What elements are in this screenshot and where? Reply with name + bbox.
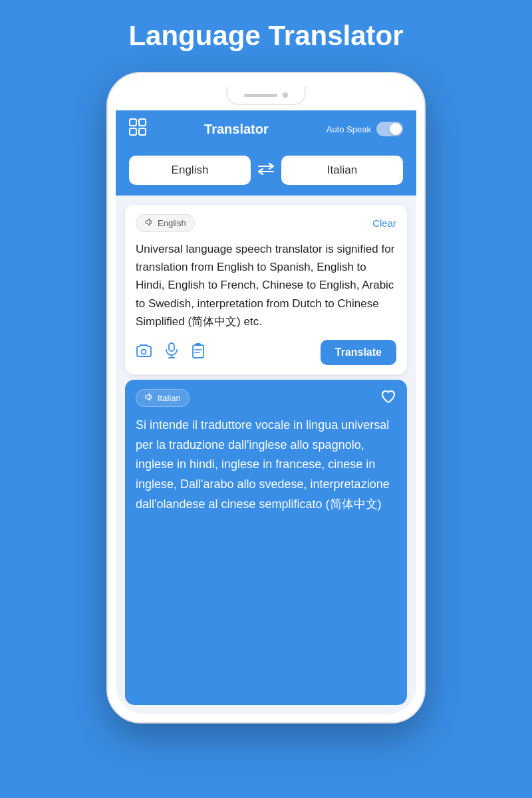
input-lang-label: English [158, 218, 186, 228]
svg-rect-0 [130, 119, 136, 126]
output-lang-label: Italian [158, 393, 181, 403]
translate-button[interactable]: Translate [321, 340, 396, 365]
notch-camera [283, 92, 288, 98]
output-card-header: Italian [136, 389, 396, 408]
notch [226, 86, 306, 105]
speaker-icon [144, 217, 154, 229]
source-language-button[interactable]: English [129, 156, 251, 185]
app-icon [129, 118, 146, 140]
header-right: Auto Speak [327, 122, 403, 136]
clipboard-icon[interactable] [192, 342, 205, 362]
content-area: English Clear Universal language speech … [116, 196, 416, 714]
svg-rect-8 [193, 345, 203, 358]
output-card: Italian Si intende il traduttore vocale … [125, 380, 407, 705]
output-language-tag[interactable]: Italian [136, 389, 190, 407]
notch-bar [116, 81, 416, 110]
input-text: Universal language speech translator is … [136, 240, 396, 331]
svg-rect-2 [130, 128, 136, 135]
svg-rect-5 [169, 343, 174, 351]
phone-inner: Translator Auto Speak English Italian [116, 81, 416, 714]
notch-line [244, 94, 277, 97]
output-text: Si intende il traduttore vocale in lingu… [136, 416, 396, 514]
input-card: English Clear Universal language speech … [125, 205, 407, 374]
page-title: Language Translator [128, 20, 403, 52]
input-card-header: English Clear [136, 214, 396, 232]
favorite-icon[interactable] [380, 389, 396, 408]
auto-speak-toggle[interactable] [376, 122, 403, 136]
svg-rect-3 [139, 128, 146, 135]
tool-icons [136, 342, 205, 362]
header-title: Translator [204, 122, 269, 137]
output-speaker-icon [144, 392, 154, 404]
camera-icon[interactable] [136, 343, 152, 362]
target-language-button[interactable]: Italian [281, 156, 403, 185]
language-bar: English Italian [116, 148, 416, 196]
clear-button[interactable]: Clear [372, 217, 396, 229]
auto-speak-label: Auto Speak [327, 124, 371, 134]
input-language-tag[interactable]: English [136, 214, 195, 232]
input-card-footer: Translate [136, 340, 396, 365]
microphone-icon[interactable] [165, 342, 178, 362]
svg-rect-1 [139, 119, 146, 126]
svg-point-4 [142, 349, 146, 354]
swap-languages-icon[interactable] [257, 162, 275, 179]
app-header: Translator Auto Speak [116, 110, 416, 148]
toggle-knob [390, 123, 402, 135]
phone-frame: Translator Auto Speak English Italian [106, 72, 426, 724]
